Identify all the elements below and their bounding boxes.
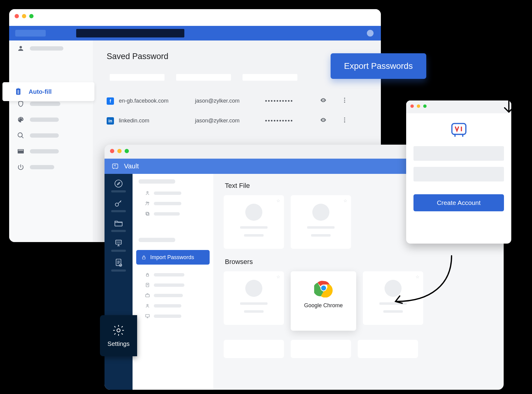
import-source-card[interactable] [224, 340, 284, 358]
table-row[interactable]: f en-gb.facebook.com jason@zylker.com ••… [107, 91, 375, 111]
vault-logo [406, 121, 511, 138]
signup-form [406, 146, 511, 181]
svg-text:SSO: SSO [116, 241, 121, 243]
site-name: en-gb.facebook.com [119, 98, 168, 104]
svg-point-7 [115, 180, 122, 187]
facebook-icon: f [107, 97, 114, 105]
export-passwords-button[interactable]: Export Passwords [331, 53, 426, 79]
site-name: linkedin.com [119, 118, 149, 124]
close-icon[interactable] [410, 104, 414, 108]
close-icon[interactable] [15, 14, 19, 18]
sidebar-item-autofill[interactable]: Auto-fill [2, 82, 94, 101]
svg-point-8 [115, 203, 119, 206]
close-icon[interactable] [110, 149, 114, 153]
maximize-icon[interactable] [29, 14, 34, 18]
more-options-icon[interactable] [341, 117, 348, 123]
person-icon [145, 190, 150, 196]
arrow-curve-icon [391, 253, 455, 311]
password-masked: •••••••••• [265, 118, 293, 124]
sidebar-item-payments[interactable] [9, 143, 93, 159]
folder-icon [114, 218, 123, 228]
submenu-item[interactable] [139, 290, 207, 301]
table-row[interactable]: in linkedin.com jason@zylker.com •••••••… [107, 111, 375, 131]
more-options-icon[interactable] [341, 97, 348, 104]
import-source-chrome[interactable]: Google Chrome [291, 271, 356, 331]
svg-rect-17 [146, 212, 148, 215]
reveal-password-icon[interactable] [320, 97, 327, 104]
filter-tab[interactable] [243, 74, 297, 81]
star-icon[interactable]: ☆ [276, 198, 280, 203]
import-label: Import Passwords [150, 254, 194, 261]
username: jason@zylker.com [195, 118, 239, 124]
settings-sidebar [9, 40, 93, 242]
submenu-item[interactable] [139, 269, 207, 280]
submenu-item[interactable] [139, 311, 207, 321]
sidebar-item-appearance[interactable] [9, 112, 93, 128]
submenu-item[interactable] [139, 198, 207, 209]
arrow-down-icon [500, 97, 518, 116]
submenu-item[interactable] [139, 209, 207, 219]
nav-item-reports[interactable] [109, 258, 128, 272]
svg-rect-18 [143, 257, 145, 259]
window-chrome [406, 100, 511, 113]
traffic-lights[interactable] [410, 104, 427, 108]
key-icon [114, 199, 123, 208]
import-source-card[interactable] [291, 340, 351, 358]
import-source-card[interactable] [358, 340, 418, 358]
nav-item-folders[interactable] [109, 218, 128, 232]
traffic-lights[interactable] [110, 149, 129, 153]
minimize-icon[interactable] [22, 14, 26, 18]
nav-item-dashboard[interactable] [109, 179, 128, 192]
create-account-button[interactable]: Create Account [413, 194, 504, 211]
filter-tab[interactable] [176, 74, 231, 81]
star-icon[interactable]: ☆ [343, 198, 347, 203]
vault-title: Vault [124, 162, 139, 170]
sidebar-item-profile[interactable] [9, 40, 93, 56]
browser-toolbar [9, 26, 381, 40]
import-source-card[interactable]: ☆ [224, 195, 284, 249]
minimize-icon[interactable] [117, 149, 122, 153]
url-bar-placeholder[interactable] [76, 29, 184, 37]
autofill-label: Auto-fill [29, 88, 52, 95]
monitor-icon [145, 313, 150, 319]
maximize-icon[interactable] [125, 149, 129, 153]
import-source-card[interactable]: ☆ [291, 195, 351, 249]
search-icon [17, 132, 24, 139]
vault-logo-icon [449, 121, 468, 138]
toolbar-placeholder [15, 30, 46, 37]
nav-item-settings[interactable]: Settings [100, 315, 137, 356]
submenu-item[interactable] [139, 280, 207, 290]
section-title-browsers: Browsers [225, 258, 496, 266]
people-icon [145, 201, 150, 206]
minimize-icon[interactable] [417, 104, 420, 108]
vault-submenu: Import Passwords [133, 174, 213, 390]
username: jason@zylker.com [195, 98, 239, 104]
input-placeholder[interactable] [413, 146, 504, 161]
chrome-icon [314, 279, 333, 297]
sidebar-item-search[interactable] [9, 128, 93, 143]
input-placeholder[interactable] [413, 167, 504, 181]
submenu-item[interactable] [139, 301, 207, 311]
profile-avatar[interactable] [367, 30, 374, 37]
filter-tab[interactable] [110, 74, 165, 81]
note-icon [145, 282, 150, 288]
shield-outline-icon [17, 100, 24, 107]
svg-rect-19 [146, 274, 149, 276]
maximize-icon[interactable] [423, 104, 427, 108]
settings-label: Settings [108, 340, 129, 347]
briefcase-icon [145, 293, 150, 298]
svg-rect-29 [461, 127, 462, 131]
import-passwords-button[interactable]: Import Passwords [136, 250, 210, 265]
nav-item-passwords[interactable] [109, 199, 128, 212]
sidebar-item-power[interactable] [9, 159, 93, 175]
submenu-item[interactable] [139, 188, 207, 198]
svg-point-5 [344, 121, 345, 123]
palette-icon [17, 116, 24, 123]
reveal-password-icon[interactable] [320, 117, 327, 123]
traffic-lights[interactable] [15, 14, 34, 18]
nav-item-sso[interactable]: SSO [109, 238, 128, 252]
compass-icon [114, 179, 123, 188]
star-icon[interactable]: ☆ [276, 274, 280, 279]
clipboard-icon [15, 88, 22, 95]
import-source-card[interactable]: ☆ [224, 271, 284, 325]
